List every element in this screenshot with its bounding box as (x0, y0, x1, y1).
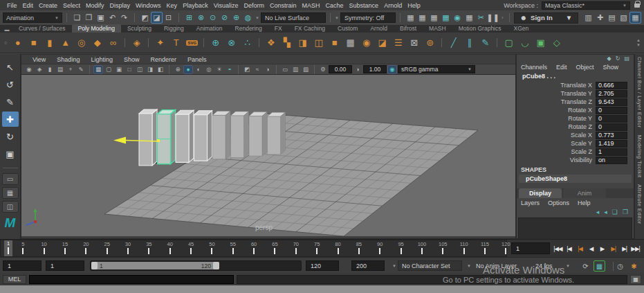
isolate-select-icon[interactable]: ◩ (242, 65, 252, 74)
cube-2-selected[interactable] (158, 110, 176, 164)
menubar-item-windows[interactable]: Windows (133, 2, 164, 9)
cube-face[interactable] (244, 112, 249, 158)
poly-cylinder-icon[interactable]: ▮ (42, 35, 57, 50)
lattice-icon[interactable]: ⊠ (407, 35, 421, 50)
shelf-tab-motion-graphics[interactable]: Motion Graphics (452, 24, 508, 33)
lasso-select-tool-icon[interactable]: ↺ (2, 77, 19, 92)
select-tool-icon[interactable]: ↖ (2, 60, 19, 75)
snap-point-icon[interactable]: ⊙ (207, 12, 219, 24)
shelf-tab-mash[interactable]: MASH (423, 24, 452, 33)
viewport-menu-view[interactable]: View (27, 56, 51, 63)
layer-menu-help[interactable]: Help (578, 199, 591, 206)
cube-face[interactable] (281, 112, 286, 154)
cube-face[interactable] (212, 115, 226, 159)
menubar-item-deform[interactable]: Deform (241, 2, 268, 9)
range-end-handle[interactable] (213, 262, 219, 269)
color-management-icon[interactable]: ◉ (387, 65, 397, 74)
menubar-item-select[interactable]: Select (60, 2, 83, 9)
resolution-gate-icon[interactable]: ▧ (301, 65, 311, 74)
playblast-icon[interactable]: ◉ (452, 12, 463, 24)
gamma-icon[interactable]: ◑ (353, 65, 362, 74)
bake-pivot-icon[interactable]: ⊗ (224, 35, 239, 50)
cube-face[interactable] (171, 110, 176, 164)
modeling-toolkit-icon[interactable]: ▥ (582, 12, 594, 24)
shelf-tab-arnold[interactable]: Arnold (364, 24, 394, 33)
paint-select-tool-icon[interactable]: ✎ (2, 94, 19, 109)
step-forward-key-button[interactable]: ▶| (608, 242, 618, 255)
cube-face[interactable] (194, 115, 208, 161)
animation-end-field[interactable]: 200 (351, 260, 385, 271)
dof-icon[interactable]: ◑ (263, 65, 273, 74)
shadows-icon[interactable]: ☀ (214, 65, 224, 74)
undo-icon[interactable]: ↶ (107, 12, 118, 24)
ssao-icon[interactable]: ◓ (225, 65, 234, 74)
channel-value-field[interactable]: 0 (596, 123, 627, 131)
animation-start-field[interactable]: 1 (3, 260, 42, 271)
snap-curve-icon[interactable]: ⊗ (195, 12, 207, 24)
shaded-sphere-icon[interactable]: ● (183, 65, 193, 74)
flip-icon[interactable]: ◪ (375, 35, 389, 50)
help-line-icon[interactable]: ▦ (630, 275, 641, 284)
menubar-item-key[interactable]: Key (164, 2, 181, 9)
range-slider-track[interactable]: 1 120 (90, 260, 302, 271)
extract-icon[interactable]: ◨ (295, 35, 310, 50)
menubar-item-edit[interactable]: Edit (20, 2, 37, 9)
live-surface-field[interactable]: No Live Surface (261, 12, 326, 23)
cube-3[interactable] (176, 110, 194, 162)
shelf-tab-fx[interactable]: FX (268, 24, 288, 33)
viewport-menu-shading[interactable]: Shading (51, 56, 85, 63)
new-scene-icon[interactable]: ❏ (71, 12, 83, 24)
cube-face[interactable] (249, 116, 262, 157)
cube-7[interactable] (249, 112, 267, 157)
menubar-item-modify[interactable]: Modify (83, 2, 107, 9)
step-back-key-button[interactable]: |◀ (575, 242, 585, 255)
shelf-tab-custom[interactable]: Custom (331, 24, 364, 33)
default-material-icon[interactable]: □ (125, 65, 134, 74)
anim-snapshot-icon[interactable]: ▦ (463, 12, 475, 24)
spread-sheet-icon[interactable]: ☰ (391, 35, 405, 50)
channel-box-menu-edit[interactable]: Edit (556, 64, 572, 71)
play-backwards-button[interactable]: ◀ (586, 242, 596, 255)
move-tool-icon[interactable]: ✚ (2, 112, 19, 127)
make-live-icon[interactable]: ◍ (242, 12, 254, 24)
menubar-item-constrain[interactable]: Constrain (267, 2, 300, 9)
sidebar-tab-channel-box[interactable]: Channel Box / Layer Editor (636, 57, 643, 128)
isolate-icon[interactable]: ◧ (156, 65, 165, 74)
fps-selector[interactable]: 24 fps ▼ (531, 260, 574, 271)
type-tool-icon[interactable]: T (169, 35, 183, 50)
cube-6[interactable] (231, 112, 249, 158)
layout-four-pane-icon[interactable]: ▦ (2, 187, 19, 199)
cut-keys-icon[interactable]: ✂ (475, 12, 487, 24)
cube-4[interactable] (194, 111, 212, 161)
chevron-down-icon[interactable]: ▼ (255, 16, 259, 20)
shelf-tab-poly-modeling[interactable]: Poly Modeling (72, 24, 121, 33)
menubar-item-help[interactable]: Help (405, 2, 423, 9)
channel-value-field[interactable]: 1 (596, 148, 627, 156)
chevron-down-icon[interactable]: ▼ (335, 16, 339, 20)
layer-move-down-icon[interactable]: ◂ (604, 208, 607, 215)
cube-face[interactable] (262, 112, 267, 157)
keyframe-input-icon[interactable]: ▦ (405, 12, 416, 24)
time-ruler[interactable]: 1 51015202530354045505560657075808590951… (0, 240, 507, 257)
snap-grid-icon[interactable]: ⊞ (183, 12, 195, 24)
shelf-scroll[interactable]: ▲▼ (636, 38, 642, 47)
shelf-tab-curves-surfaces[interactable]: Curves / Surfaces (12, 24, 72, 33)
attribute-editor-icon[interactable]: ▧ (618, 12, 629, 24)
textured-sphere-icon[interactable]: ◎ (204, 65, 214, 74)
all-lights-icon[interactable]: ⊕ (173, 65, 183, 74)
menubar-item-arnold[interactable]: Arnold (381, 2, 405, 9)
keyframe-ops-icon[interactable]: ▦ (416, 12, 428, 24)
offset-edge-loop-icon[interactable]: ✎ (478, 35, 493, 50)
go-to-start-button[interactable]: |◀◀ (553, 242, 563, 255)
cube-face[interactable] (152, 109, 157, 166)
object-name[interactable]: pCube8 . . . (517, 71, 634, 81)
shelf-tab-rendering[interactable]: Rendering (229, 24, 268, 33)
mirror-icon[interactable]: ◫ (311, 35, 326, 50)
image-plane-icon[interactable]: ▤ (55, 65, 65, 74)
step-forward-frame-button[interactable]: ▶| (619, 242, 629, 255)
extrude-icon[interactable]: ◇ (549, 35, 564, 50)
workspace-panel-icon[interactable]: ▦ (629, 12, 641, 24)
layer-tab-display[interactable]: Display (519, 188, 562, 198)
cube-1[interactable] (139, 109, 157, 166)
channel-value-field[interactable]: on (596, 157, 627, 164)
